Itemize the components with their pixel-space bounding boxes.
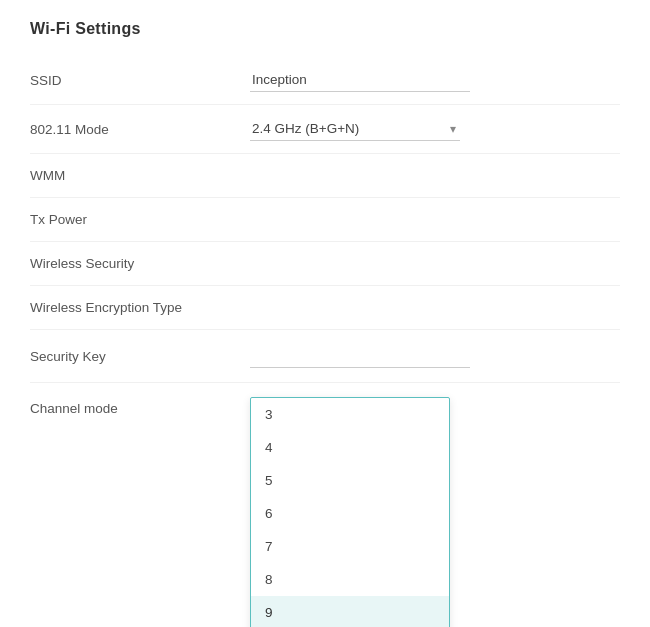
channel-option-5[interactable]: 5: [251, 464, 449, 497]
mode-row: 802.11 Mode 2.4 GHz (B+G+N) ▾: [30, 105, 620, 154]
mode-value: 2.4 GHz (B+G+N): [250, 117, 361, 140]
channel-mode-row: Channel mode 3 4 5 6 7 8 9 10: [30, 383, 620, 627]
channel-option-6[interactable]: 6: [251, 497, 449, 530]
wmm-row: WMM: [30, 154, 620, 198]
channel-option-7[interactable]: 7: [251, 530, 449, 563]
mode-label: 802.11 Mode: [30, 122, 250, 137]
channel-option-8[interactable]: 8: [251, 563, 449, 596]
ssid-label: SSID: [30, 73, 250, 88]
wireless-security-row: Wireless Security: [30, 242, 620, 286]
page-container: Wi-Fi Settings SSID 802.11 Mode 2.4 GHz …: [0, 0, 650, 627]
tx-power-row: Tx Power: [30, 198, 620, 242]
page-title: Wi-Fi Settings: [30, 20, 620, 38]
channel-option-9[interactable]: 9: [251, 596, 449, 627]
ssid-control: [250, 68, 490, 92]
channel-option-3[interactable]: 3: [251, 398, 449, 431]
channel-mode-dropdown-container: 3 4 5 6 7 8 9 10: [250, 397, 450, 627]
ssid-input[interactable]: [250, 68, 470, 92]
wmm-label: WMM: [30, 168, 250, 183]
channel-mode-dropdown[interactable]: 3 4 5 6 7 8 9 10: [250, 397, 450, 627]
wireless-encryption-label: Wireless Encryption Type: [30, 300, 250, 315]
mode-chevron-icon: ▾: [450, 122, 456, 136]
wireless-security-label: Wireless Security: [30, 256, 250, 271]
security-key-label: Security Key: [30, 349, 250, 364]
mode-select-wrapper: 2.4 GHz (B+G+N) ▾: [250, 117, 460, 141]
wireless-encryption-row: Wireless Encryption Type: [30, 286, 620, 330]
channel-mode-label: Channel mode: [30, 397, 250, 416]
channel-option-4[interactable]: 4: [251, 431, 449, 464]
security-key-control: [250, 344, 490, 368]
tx-power-label: Tx Power: [30, 212, 250, 227]
security-key-row: Security Key: [30, 330, 620, 383]
ssid-row: SSID: [30, 56, 620, 105]
